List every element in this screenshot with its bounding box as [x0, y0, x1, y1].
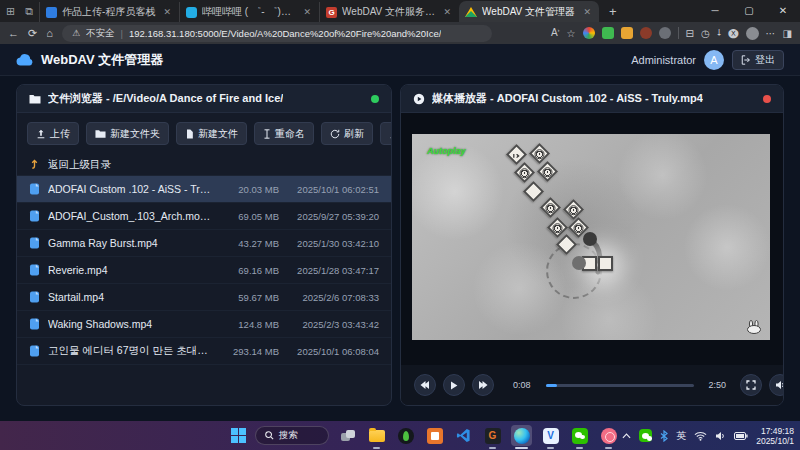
toolbar-refresh-button[interactable]: 刷新 — [321, 122, 373, 145]
toolbar-file-plus-button[interactable]: 新建文件 — [176, 122, 247, 145]
swirl-marker — [535, 149, 545, 159]
tampermonkey-icon[interactable] — [640, 27, 652, 39]
tab-upload-site[interactable]: 作品上传-程序员客栈 ✕ — [39, 2, 179, 22]
home-icon[interactable]: ⌂ — [46, 27, 53, 39]
tab-close-icon[interactable]: ✕ — [442, 7, 454, 17]
file-name: Gamma Ray Burst.mp4 — [48, 237, 213, 249]
task-view-button[interactable] — [337, 425, 358, 446]
pink-app-icon[interactable] — [598, 425, 619, 446]
edge-icon[interactable] — [511, 425, 532, 446]
file-date: 2025/2/6 07:08:33 — [287, 292, 379, 303]
window-close-button[interactable]: ✕ — [766, 0, 800, 22]
swirl-marker — [546, 203, 556, 213]
tab-bilibili[interactable]: 哔哩哔哩 ( ゜- ゜)つロ 干杯~-bilib ✕ — [179, 2, 319, 22]
file-row[interactable]: Gamma Ray Burst.mp443.27 MB2025/1/30 03:… — [17, 230, 391, 257]
volume-icon[interactable] — [769, 374, 784, 396]
cloud-icon — [16, 54, 33, 66]
toolbar-download-button[interactable]: 下载 — [380, 122, 392, 145]
workspaces-icon[interactable]: ⊞ — [6, 5, 15, 18]
file-row[interactable]: ADOFAI_Custom_.103_Arch.moe_-_Startail.m… — [17, 203, 391, 230]
file-size: 124.8 MB — [221, 319, 279, 330]
url-input[interactable]: ⚠ 不安全 | 192.168.31.180:5000/E/Video/A%20… — [62, 25, 492, 42]
previous-button[interactable] — [414, 374, 436, 396]
next-button[interactable] — [472, 374, 494, 396]
shield-extension-icon[interactable] — [602, 27, 614, 39]
tab-close-icon[interactable]: ✕ — [302, 7, 314, 17]
back-to-parent-row[interactable]: 返回上级目录 — [17, 154, 391, 176]
notes-extension-icon[interactable] — [621, 27, 633, 39]
wechat-tray-icon[interactable] — [639, 429, 652, 442]
wechat-icon[interactable] — [569, 425, 590, 446]
tab-close-icon[interactable]: ✕ — [162, 7, 174, 17]
speaker-icon[interactable] — [715, 431, 726, 441]
file-name: Startail.mp4 — [48, 291, 213, 303]
extension-icon[interactable] — [583, 27, 595, 39]
file-row[interactable]: 고인물 에디터 67명이 만든 초대형 고퀄리티 합작.mp4293.14 MB… — [17, 338, 391, 365]
favorite-star-icon[interactable]: ☆ — [567, 28, 576, 39]
file-explorer-icon[interactable] — [366, 425, 387, 446]
toolbar-button-label: 上传 — [50, 127, 70, 141]
seek-bar[interactable] — [546, 384, 694, 387]
file-row[interactable]: Waking Shadows.mp4124.8 MB2025/2/3 03:43… — [17, 311, 391, 338]
leaf-app-icon[interactable] — [395, 425, 416, 446]
ime-indicator[interactable]: 英 — [676, 429, 686, 443]
folder-icon — [29, 94, 41, 104]
history-icon[interactable]: ◷ — [701, 28, 710, 39]
bluetooth-icon[interactable] — [660, 430, 668, 442]
start-button[interactable] — [231, 428, 247, 444]
profile-avatar[interactable] — [746, 27, 759, 40]
status-dot-online — [371, 95, 379, 103]
file-size: 69.16 MB — [221, 265, 279, 276]
back-icon[interactable]: ← — [8, 27, 19, 39]
refresh-icon[interactable]: ⟳ — [28, 27, 37, 40]
tab-favicon — [46, 7, 57, 18]
tab-webdav-manager[interactable]: WebDAV 文件管理器 ✕ — [459, 1, 599, 22]
avatar[interactable]: A — [704, 50, 724, 70]
file-browser-panel: 文件浏览器 - /E/Video/A Dance of Fire and Ice… — [16, 84, 392, 406]
vscode-icon[interactable] — [453, 425, 474, 446]
file-date: 2025/10/1 06:02:51 — [287, 184, 379, 195]
swirl-marker — [574, 223, 584, 233]
tab-close-icon[interactable]: ✕ — [582, 7, 594, 17]
tab-webdav-server[interactable]: G WebDAV 文件服务器: 支持挂载硬 ✕ — [319, 2, 459, 22]
video-frame[interactable]: Autoplay — [412, 134, 770, 340]
tray-chevron-icon[interactable] — [622, 433, 631, 439]
new-tab-button[interactable]: + — [599, 2, 627, 22]
taskbar-search[interactable]: 搜索 — [255, 426, 329, 445]
circle-extension-icon[interactable] — [659, 27, 671, 39]
app-header: WebDAV 文件管理器 Administrator A 登出 — [0, 44, 800, 76]
game-tile — [598, 256, 613, 271]
toolbar-upload-button[interactable]: 上传 — [27, 122, 79, 145]
more-options-icon[interactable]: ⋯ — [766, 28, 776, 39]
toolbar-folder-plus-button[interactable]: 新建文件夹 — [86, 122, 169, 145]
file-row[interactable]: Reverie.mp469.16 MB2025/1/28 03:47:17 — [17, 257, 391, 284]
play-button[interactable] — [443, 374, 465, 396]
window-maximize-button[interactable]: ▢ — [732, 0, 766, 22]
downloads-icon[interactable]: ⭣ — [717, 27, 722, 39]
goland-icon[interactable]: G — [482, 425, 503, 446]
toolbar-button-label: 新建文件夹 — [110, 127, 160, 141]
collections-icon[interactable]: ⊟ — [686, 28, 694, 39]
orange-app-icon[interactable] — [424, 425, 445, 446]
planet-orbit-circle — [546, 243, 602, 299]
window-minimize-button[interactable]: ─ — [698, 0, 732, 22]
fullscreen-button[interactable] — [740, 374, 762, 396]
sidebar-icon[interactable]: ◨ — [783, 28, 792, 39]
ice-ball — [572, 256, 586, 270]
file-row[interactable]: Startail.mp459.67 MB2025/2/6 07:08:33 — [17, 284, 391, 311]
toolbar-rename-button[interactable]: 重命名 — [254, 122, 314, 145]
file-browser-title: 文件浏览器 - /E/Video/A Dance of Fire and Ice… — [48, 91, 283, 106]
wifi-icon[interactable] — [694, 431, 707, 441]
read-aloud-icon[interactable]: A› — [551, 27, 560, 38]
blue-app-icon[interactable]: V — [540, 425, 561, 446]
clock[interactable]: 17:49:18 2025/10/1 — [756, 426, 794, 446]
logout-button[interactable]: 登出 — [732, 50, 784, 70]
file-row[interactable]: ADOFAI Custom .102 - AiSS - Truly.mp420.… — [17, 176, 391, 203]
file-size: 59.67 MB — [221, 292, 279, 303]
back-label: 返回上级目录 — [48, 158, 379, 172]
translate-icon[interactable]: 🅧 — [728, 27, 738, 39]
url-separator: | — [120, 28, 122, 39]
file-size: 20.03 MB — [221, 184, 279, 195]
battery-icon[interactable] — [734, 431, 748, 441]
vertical-tabs-icon[interactable]: ⧉ — [25, 5, 33, 18]
